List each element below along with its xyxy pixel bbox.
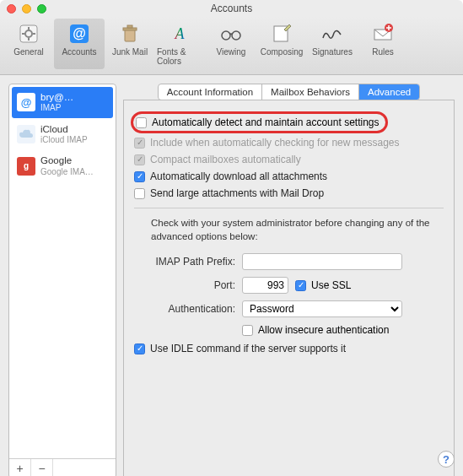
use-idle-row: Use IDLE command if the server supports … (134, 343, 444, 354)
download-attach-checkbox[interactable] (134, 171, 145, 182)
at-icon: @ (67, 22, 91, 46)
toolbar-label: Fonts & Colors (157, 47, 204, 66)
toolbar-label: General (13, 47, 44, 57)
compose-icon (270, 22, 293, 46)
account-sidebar: @ bry@… IMAP iCloud iCloud IMAP (8, 84, 116, 476)
sidebar-footer: + − (9, 458, 116, 476)
titlebar: Accounts (0, 0, 463, 17)
toolbar-viewing[interactable]: Viewing (206, 19, 256, 69)
at-icon: @ (17, 93, 35, 111)
account-row[interactable]: g Google Google IMA… (12, 150, 113, 181)
google-icon: g (17, 157, 35, 176)
port-field: Port: Use SSL (134, 277, 444, 294)
account-name: Google (40, 155, 94, 166)
gear-icon (17, 22, 40, 46)
port-label: Port: (134, 279, 235, 291)
account-row[interactable]: iCloud iCloud IMAP (12, 119, 113, 150)
allow-insecure-row: Allow insecure authentication (134, 324, 444, 336)
mail-drop-label: Send large attachments with Mail Drop (150, 187, 324, 199)
authentication-select[interactable]: Password (242, 300, 402, 317)
toolbar-label: Composing (261, 47, 304, 57)
help-button[interactable]: ? (438, 451, 455, 468)
include-check-row: Include when automatically checking for … (134, 137, 444, 149)
download-attach-row: Automatically download all attachments (134, 170, 444, 182)
svg-point-12 (222, 31, 230, 40)
include-check-checkbox (134, 138, 145, 149)
account-row[interactable]: @ bry@… IMAP (12, 87, 113, 118)
port-input[interactable] (242, 277, 288, 294)
toolbar-signatures[interactable]: Signatures (307, 19, 358, 69)
remove-account-button[interactable]: − (31, 459, 53, 476)
preferences-window: Accounts General @ Accounts Junk Mail A … (0, 0, 463, 476)
svg-rect-10 (127, 25, 132, 28)
use-idle-label: Use IDLE command if the server supports … (150, 343, 346, 354)
toolbar-label: Accounts (62, 47, 96, 57)
annotation-highlight: Automatically detect and maintain accoun… (131, 111, 388, 133)
tab-account-information[interactable]: Account Information (159, 84, 262, 100)
imap-path-prefix-field: IMAP Path Prefix: (134, 253, 444, 270)
tab-bar: Account Information Mailbox Behaviors Ad… (123, 84, 455, 100)
svg-text:A: A (175, 25, 186, 42)
toolbar-label: Rules (372, 47, 394, 57)
toolbar-label: Signatures (312, 47, 353, 57)
trash-icon (118, 22, 142, 46)
main-panel: Account Information Mailbox Behaviors Ad… (123, 84, 455, 476)
tab-advanced[interactable]: Advanced (359, 84, 419, 100)
toolbar-fonts[interactable]: A Fonts & Colors (155, 19, 206, 69)
mail-drop-checkbox[interactable] (134, 188, 145, 199)
svg-rect-8 (125, 30, 135, 41)
imap-path-prefix-label: IMAP Path Prefix: (134, 256, 235, 268)
auto-detect-checkbox[interactable] (136, 117, 147, 128)
imap-path-prefix-input[interactable] (242, 253, 402, 270)
toolbar-rules[interactable]: Rules (358, 19, 408, 69)
compact-label: Compact mailboxes automatically (150, 154, 301, 165)
toolbar: General @ Accounts Junk Mail A Fonts & C… (0, 17, 463, 75)
signature-icon (320, 22, 344, 46)
account-name: bry@… (40, 92, 73, 103)
allow-insecure-label: Allow insecure authentication (258, 324, 389, 336)
compact-row: Compact mailboxes automatically (134, 154, 444, 165)
authentication-label: Authentication: (134, 303, 235, 315)
include-check-label: Include when automatically checking for … (150, 137, 400, 149)
glasses-icon (219, 22, 243, 46)
fonts-icon: A (169, 22, 192, 46)
mail-drop-row: Send large attachments with Mail Drop (134, 187, 444, 199)
auto-detect-label: Automatically detect and maintain accoun… (152, 116, 379, 128)
tab-mailbox-behaviors[interactable]: Mailbox Behaviors (262, 84, 359, 100)
account-type: Google IMA… (40, 167, 94, 177)
advanced-note: Check with your system administrator bef… (151, 217, 444, 243)
add-account-button[interactable]: + (9, 459, 31, 476)
svg-text:@: @ (73, 26, 86, 41)
allow-insecure-checkbox[interactable] (242, 325, 253, 336)
window-title: Accounts (0, 3, 463, 14)
svg-point-13 (232, 31, 240, 40)
toolbar-composing[interactable]: Composing (256, 19, 307, 69)
toolbar-general[interactable]: General (3, 19, 54, 69)
divider (134, 208, 444, 208)
use-ssl-checkbox[interactable] (295, 280, 306, 291)
use-ssl-label: Use SSL (311, 279, 351, 291)
advanced-panel: Automatically detect and maintain accoun… (123, 100, 455, 476)
toolbar-accounts[interactable]: @ Accounts (54, 19, 105, 69)
authentication-field: Authentication: Password (134, 300, 444, 317)
cloud-icon (17, 125, 35, 143)
toolbar-junk[interactable]: Junk Mail (105, 19, 155, 69)
download-attach-label: Automatically download all attachments (150, 170, 327, 182)
compact-checkbox (134, 154, 145, 165)
rules-icon (371, 22, 395, 46)
use-idle-checkbox[interactable] (134, 343, 145, 354)
account-type: IMAP (40, 103, 73, 113)
content: @ bry@… IMAP iCloud iCloud IMAP (0, 75, 463, 476)
toolbar-label: Junk Mail (112, 47, 148, 57)
toolbar-label: Viewing (217, 47, 246, 57)
account-list: @ bry@… IMAP iCloud iCloud IMAP (9, 84, 116, 458)
account-type: iCloud IMAP (40, 135, 88, 145)
account-name: iCloud (40, 124, 88, 135)
